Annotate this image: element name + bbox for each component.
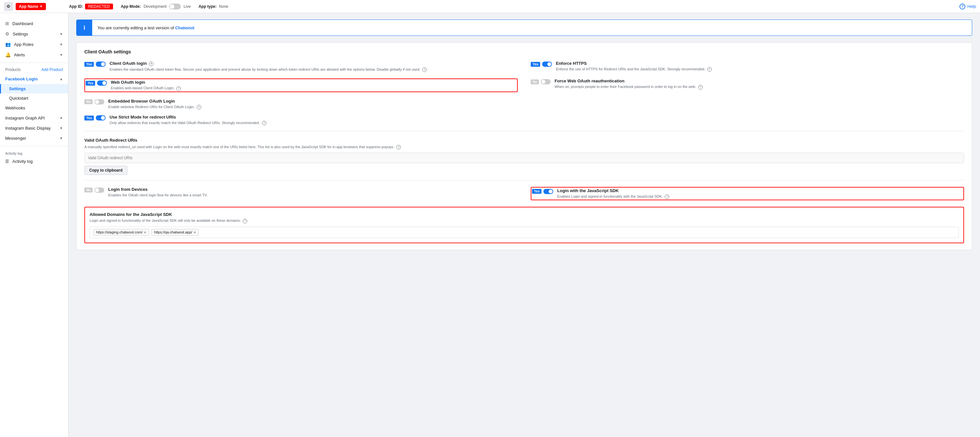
force-web-oauth-help-icon[interactable]: ? [698,85,703,89]
main-content: i You are currently editing a test versi… [68,13,980,437]
embedded-browser-mini-toggle[interactable] [94,99,104,105]
allowed-domains-help-icon[interactable]: ? [243,219,247,223]
sidebar-item-alerts[interactable]: 🔔 Alerts ▼ [0,49,68,60]
client-oauth-help2-icon[interactable]: ? [422,67,427,72]
force-web-oauth-mini-toggle[interactable] [541,79,550,84]
sidebar-item-instagram-basic-left: Instagram Basic Display [5,126,51,130]
gear-icon: ⚙ [6,4,10,9]
domain-input-area[interactable]: https://staging.chatwoot.com/ × https://… [90,227,959,238]
products-row: Products Add Product [0,65,68,74]
app-mode-toggle[interactable] [169,3,181,10]
web-oauth-mini-toggle[interactable] [97,80,107,86]
login-devices-toggle-area: No [84,188,104,193]
settings-chevron-icon: ▼ [60,32,63,36]
facebook-login-sub: Settings Quickstart [0,84,68,103]
facebook-login-header[interactable]: Facebook Login ▲ [0,74,68,84]
login-js-sdk-mini-toggle[interactable] [543,189,553,194]
enforce-https-help-icon[interactable]: ? [707,67,712,72]
web-oauth-info: Web OAuth login Enables web-based Client… [111,80,516,91]
embedded-browser-toggle[interactable]: No [84,99,92,104]
section-divider-2 [84,180,964,180]
strict-mode-toggle-area: Yes [84,115,105,121]
enforce-https-toggle-area: Yes [531,62,552,67]
sidebar-item-instagram-graph[interactable]: Instagram Graph API ▼ [0,113,68,123]
sidebar-item-fb-quickstart[interactable]: Quickstart [0,94,68,103]
embedded-browser-desc: Enable webview Redirect URIs for Client … [108,105,518,110]
instagram-graph-chevron-icon: ▼ [60,116,63,120]
app-id-value: REDACTED [85,3,113,10]
setting-login-devices: No Login from Devices Enables the OAuth … [84,187,518,200]
strict-mode-info: Use Strict Mode for redirect URIs Only a… [110,114,964,126]
client-oauth-help-icon[interactable]: ? [149,62,153,66]
embedded-browser-help-icon[interactable]: ? [197,105,201,110]
login-js-sdk-desc: Enables Login and signed-in functionalit… [557,194,963,199]
oauth-uris-help-icon[interactable]: ? [396,145,401,149]
sidebar-item-app-roles-left: 👥 App Roles [5,42,33,47]
embedded-browser-toggle-area: No [84,99,104,105]
setting-client-oauth-login: Yes Client OAuth login ? Enables the sta… [84,61,518,72]
setting-strict-mode: Yes Use Strict Mode for redirect URIs On… [84,114,964,126]
login-devices-info: Login from Devices Enables the OAuth cli… [108,187,518,198]
sidebar-alerts-label: Alerts [14,52,25,57]
messenger-label: Messenger [5,136,26,141]
oauth-uris-input[interactable] [84,153,964,163]
setting-web-oauth-login: Yes Web OAuth login Enables web-based Cl… [86,80,516,91]
setting-embedded-browser: No Embedded Browser OAuth Login Enable w… [84,99,518,110]
force-web-oauth-toggle[interactable]: No [531,79,539,84]
enforce-https-name: Enforce HTTPS [556,61,964,66]
strict-mode-help-icon[interactable]: ? [262,121,267,126]
app-id-label: App ID: [69,4,83,9]
enforce-https-mini-toggle[interactable] [542,62,552,67]
dashboard-icon: ⊞ [5,21,9,26]
sidebar-item-app-roles[interactable]: 👥 App Roles ▼ [0,39,68,49]
add-product-link[interactable]: Add Product [41,67,63,72]
login-js-sdk-highlight: Yes Login with the JavaScript SDK Enable… [531,187,964,200]
login-devices-mini-toggle[interactable] [94,188,104,193]
setting-enforce-https: Yes Enforce HTTPS Enforce the use of HTT… [531,61,964,72]
allowed-domains-section: Allowed Domains for the JavaScript SDK L… [84,207,964,243]
web-oauth-toggle[interactable]: Yes [86,81,95,86]
app-mode-section: App Mode: Development Live [121,3,191,10]
login-js-sdk-help-icon[interactable]: ? [665,194,669,199]
gear-button[interactable]: ⚙ [4,2,13,11]
app-type-value: None [219,4,228,9]
sidebar-item-webhooks[interactable]: Webhooks [0,103,68,113]
client-oauth-toggle[interactable]: Yes [84,62,94,67]
sidebar-dashboard-label: Dashboard [13,21,33,26]
sidebar-item-dashboard[interactable]: ⊞ Dashboard [0,18,68,29]
enforce-https-toggle[interactable]: Yes [531,62,540,67]
login-js-sdk-toggle[interactable]: Yes [532,189,541,194]
login-devices-toggle[interactable]: No [84,188,92,192]
strict-mode-toggle[interactable]: Yes [84,116,94,121]
fb-quickstart-label: Quickstart [9,96,29,101]
help-section[interactable]: ? Help [959,3,976,10]
sidebar-item-messenger[interactable]: Messenger ▼ [0,133,68,143]
app-selector[interactable]: App Name ▼ [16,3,46,10]
info-banner: i You are currently editing a test versi… [76,19,972,36]
sidebar-item-instagram-basic[interactable]: Instagram Basic Display ▼ [0,123,68,133]
sidebar-item-activity-log[interactable]: ☰ Activity log [0,157,68,166]
web-oauth-name: Web OAuth login [111,80,516,85]
domain-tag-2-remove[interactable]: × [194,230,196,234]
banner-app-link[interactable]: Chatwoot [175,25,194,30]
app-type-label: App type: [199,4,216,9]
copy-to-clipboard-button[interactable]: Copy to clipboard [84,166,127,175]
layout: ⊞ Dashboard ⚙ Settings ▼ 👥 App Roles ▼ 🔔… [0,13,980,437]
sidebar-item-settings[interactable]: ⚙ Settings ▼ [0,29,68,39]
sidebar-item-fb-settings[interactable]: Settings [0,84,68,94]
login-js-sdk-info: Login with the JavaScript SDK Enables Lo… [557,188,963,199]
instagram-basic-chevron-icon: ▼ [60,126,63,130]
sidebar-item-instagram-graph-left: Instagram Graph API [5,116,45,121]
strict-mode-mini-toggle[interactable] [96,115,105,121]
strict-mode-desc: Only allow redirects that exactly match … [110,121,964,126]
domain-tag-1-remove[interactable]: × [144,230,146,234]
setting-login-js-sdk: Yes Login with the JavaScript SDK Enable… [532,188,963,199]
info-banner-text: You are currently editing a test version… [92,22,200,34]
instagram-basic-label: Instagram Basic Display [5,126,51,130]
force-web-oauth-toggle-area: No [531,79,550,84]
web-oauth-help-icon[interactable]: ? [176,86,181,91]
domain-tag-2-url: https://qa.chatwoot.app/ [154,230,192,234]
topbar-center: App ID: REDACTED App Mode: Development L… [69,3,959,10]
chevron-down-icon: ▼ [40,5,43,8]
client-oauth-mini-toggle[interactable] [96,62,105,67]
